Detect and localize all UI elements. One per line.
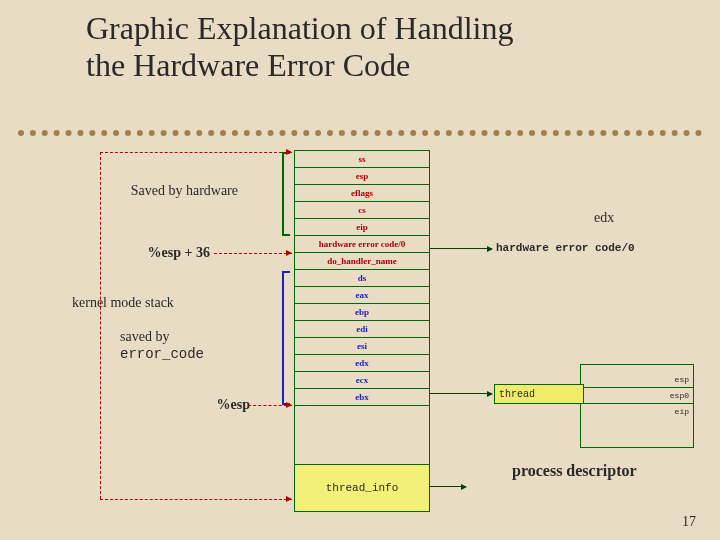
label-hw-error-right: hardware error code/0 <box>496 242 635 254</box>
stack-cell-do-handler: do_handler_name <box>295 253 429 270</box>
arrow-to-thread <box>430 393 492 394</box>
stack-cell-hw-err: hardware error code/0 <box>295 236 429 253</box>
stack-cell-ds: ds <box>295 270 429 287</box>
pointer-esp36 <box>214 253 292 254</box>
arrow-threadinfo-out <box>430 486 466 487</box>
label-kernel-mode-stack: kernel mode stack <box>72 295 212 311</box>
stack-cell-ss: ss <box>295 151 429 168</box>
label-saved-by: saved by <box>120 329 200 345</box>
title-line-1: Graphic Explanation of Handling <box>86 10 513 46</box>
pd-row-eip: eip <box>581 405 693 419</box>
slide-title: Graphic Explanation of Handling the Hard… <box>86 10 513 84</box>
brace-saved-by-error-code <box>282 271 284 405</box>
thread-box: thread <box>494 384 584 404</box>
stack-cell-eflags: eflags <box>295 185 429 202</box>
arrowhead-kms-top <box>286 149 292 155</box>
label-saved-by-hardware: Saved by hardware <box>98 183 238 199</box>
pd-row-esp: esp <box>581 373 693 387</box>
page-number: 17 <box>682 514 696 530</box>
pd-row-esp0: esp0 <box>581 389 693 403</box>
label-edx-right: edx <box>594 210 614 226</box>
stack-cell-cs: cs <box>295 202 429 219</box>
label-esp: %esp <box>200 397 250 413</box>
decorative-rule <box>18 130 702 136</box>
kms-dash-left <box>100 152 101 499</box>
stack-cell-ebx: ebx <box>295 389 429 406</box>
stack-cell-edi: edi <box>295 321 429 338</box>
pd-div-1 <box>581 387 693 388</box>
label-error-code: error_code <box>120 346 230 362</box>
label-esp36: %esp + 36 <box>130 245 210 261</box>
kms-dash-top <box>100 152 292 153</box>
process-descriptor-box: esp esp0 eip <box>580 364 694 448</box>
stack-cell-ecx: ecx <box>295 372 429 389</box>
arrowhead-esp <box>286 402 292 408</box>
arrowhead-esp36 <box>286 250 292 256</box>
brace-saved-by-hardware <box>282 152 284 236</box>
label-process-descriptor: process descriptor <box>512 462 637 480</box>
stack-column: ss esp eflags cs eip hardware error code… <box>294 150 430 512</box>
arrowhead-kms-bottom <box>286 496 292 502</box>
thread-info-block: thread_info <box>295 465 429 511</box>
stack-cell-edx: edx <box>295 355 429 372</box>
kms-dash-bottom <box>100 499 292 500</box>
slide-root: Graphic Explanation of Handling the Hard… <box>0 0 720 540</box>
arrow-to-hw-code <box>430 248 492 249</box>
stack-cell-esi: esi <box>295 338 429 355</box>
stack-cell-esp: esp <box>295 168 429 185</box>
stack-cell-eax: eax <box>295 287 429 304</box>
stack-cell-eip: eip <box>295 219 429 236</box>
stack-gap <box>295 406 429 465</box>
thread-box-label: thread <box>499 389 535 400</box>
pd-div-2 <box>581 403 693 404</box>
title-line-2: the Hardware Error Code <box>86 47 410 83</box>
stack-cell-ebp: ebp <box>295 304 429 321</box>
